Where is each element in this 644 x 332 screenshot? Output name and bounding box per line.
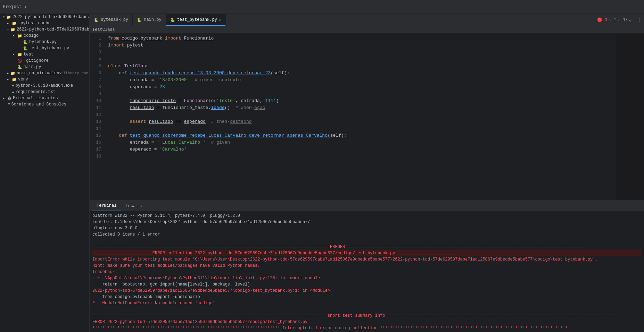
- sidebar-label: .gitignore: [24, 58, 49, 63]
- folder-icon: 📁: [12, 77, 17, 82]
- sidebar-item-bytebank-py[interactable]: 🐍 bytebank.py: [0, 39, 89, 45]
- sidebar-label: codigo: [24, 33, 39, 38]
- py-file-icon: 🐍: [23, 40, 28, 44]
- tab-terminal[interactable]: Terminal: [92, 201, 121, 211]
- tab-main[interactable]: 🐍 main.py: [133, 14, 166, 26]
- py-tab-icon: 🐍: [137, 18, 142, 22]
- tab-bytebank[interactable]: 🐍 bytebank.py: [90, 14, 133, 26]
- py-tab-icon: 🐍: [94, 18, 99, 22]
- exe-icon: ≡: [12, 84, 14, 88]
- terminal-tab-label: Terminal: [97, 203, 117, 208]
- library-badge: library root: [63, 71, 89, 75]
- arrow-icon: [7, 71, 9, 75]
- warning-indicator: ⚠️ 1: [609, 17, 616, 23]
- folder-icon: 📁: [6, 15, 11, 19]
- txt-icon: ≡: [12, 90, 14, 94]
- terminal-output[interactable]: platform win32 -- Python 3.11.4, pytest-…: [90, 211, 644, 332]
- terminal-line: plugins: cov-3.0.0: [92, 225, 641, 231]
- sidebar-item-project-subfolder[interactable]: 📁 2622-python-tdd-57de629597dabe...: [0, 26, 89, 33]
- tab-label: bytebank.py: [101, 17, 128, 22]
- minimap: [616, 34, 644, 200]
- terminal-line: platform win32 -- Python 3.11.4, pytest-…: [92, 213, 641, 219]
- gitignore-icon: 🚫: [17, 59, 22, 63]
- terminal-line: from codigo.bytebank import Funcionario: [92, 294, 641, 300]
- sidebar-item-venv[interactable]: 📁 venv: [0, 76, 89, 83]
- bottom-panel: Terminal Local ✕ platform win32 -- Pytho…: [90, 200, 644, 332]
- sidebar-label: python-3.8.10-amd64.exe: [16, 83, 73, 88]
- sidebar-label: venv: [18, 77, 28, 82]
- sidebar-item-python-exe[interactable]: ≡ python-3.8.10-amd64.exe: [0, 83, 89, 89]
- arrow-icon: [3, 15, 5, 19]
- sidebar-item-test[interactable]: 📁 test: [0, 51, 89, 58]
- terminal-line: rootdir: C:\Users\User\Desktop\2622-pyth…: [92, 219, 641, 225]
- code-content[interactable]: from codigo.bytebank import Funcionario …: [105, 34, 616, 200]
- sidebar-item-main-py[interactable]: 🐍 main.py: [0, 64, 89, 70]
- arrow-icon: [13, 34, 16, 38]
- folder-icon: 📁: [12, 21, 17, 26]
- terminal-summary-dashes: ========================================…: [92, 313, 641, 319]
- folder-icon: 📁: [10, 71, 15, 76]
- sidebar-label: nome_da_virtualenv: [17, 71, 62, 76]
- breadcrumb-text: TestClass: [92, 27, 115, 32]
- tab-label: main.py: [144, 17, 161, 22]
- title-bar: Project ▾: [0, 0, 644, 14]
- sidebar-item-gitignore[interactable]: 🚫 .gitignore: [0, 58, 89, 64]
- py-test-file-icon: 🐍: [23, 46, 28, 51]
- status-indicators: 🔴 3 ⚠️ 1 ↕ 47 ⌄: [594, 17, 634, 23]
- arrow-icon: [7, 21, 10, 25]
- sidebar-item-external-libs[interactable]: 🏛 External Libraries: [0, 95, 89, 101]
- code-area: 12345 678910 1112131415 161718 from codi…: [90, 34, 644, 200]
- local-tab-label: Local: [126, 204, 138, 208]
- sidebar-label: .pytest_cache: [18, 21, 51, 26]
- sidebar-label: test_bytebank.py: [29, 46, 69, 51]
- terminal-error: Traceback:: [92, 269, 641, 275]
- tab-close-button[interactable]: ✕: [219, 18, 222, 22]
- more-options-icon[interactable]: ⋮: [634, 17, 644, 23]
- terminal-error: ERROR 2622-python-tdd-57de629597dabe71ad…: [92, 319, 641, 325]
- sidebar-item-test-bytebank-py[interactable]: 🐍 test_bytebank.py: [0, 45, 89, 51]
- info-indicator: ↕ 47: [618, 17, 628, 22]
- py-test-tab-icon: 🐍: [170, 18, 175, 22]
- arrow-icon: [7, 77, 10, 82]
- breadcrumb: TestClass: [90, 26, 644, 34]
- ext-libs-icon: 🏛: [8, 96, 11, 101]
- terminal-spacer: [92, 238, 641, 244]
- terminal-error: Hint: make sure your test modules/packag…: [92, 263, 641, 269]
- terminal-error: ImportError while importing test module …: [92, 256, 641, 263]
- terminal-dashes: ========================================…: [92, 244, 641, 250]
- sidebar-label: Scratches and Consoles: [11, 102, 66, 107]
- code-editor[interactable]: 12345 678910 1112131415 161718 from codi…: [90, 34, 616, 200]
- terminal-exclaim-dashes: !!!!!!!!!!!!!!!!!!!!!!!!!!!!!!!!!!!!!!!!…: [92, 325, 641, 331]
- local-tab-close[interactable]: ✕: [140, 204, 143, 208]
- panel-tabs: Terminal Local ✕: [90, 201, 644, 211]
- terminal-line: return _bootstrap._gcd_import(name[level…: [92, 281, 641, 288]
- sidebar-item-virtualenv[interactable]: 📁 nome_da_virtualenv library root: [0, 70, 89, 76]
- sidebar-label: main.py: [24, 65, 41, 69]
- line-numbers: 12345 678910 1112131415 161718: [90, 34, 105, 200]
- arrow-icon: [13, 52, 16, 57]
- terminal-error: ..\..\AppData\Local\Programs\Python\Pyth…: [92, 275, 641, 281]
- sidebar-label: 2622-python-tdd-57de629597dabe71...: [13, 15, 89, 19]
- sidebar-item-scratches[interactable]: ≡ Scratches and Consoles: [0, 101, 89, 108]
- sidebar-item-pytest-cache[interactable]: 📁 .pytest_cache: [0, 20, 89, 26]
- sidebar-item-requirements[interactable]: ≡ requirements.txt: [0, 89, 89, 95]
- tab-test-bytebank[interactable]: 🐍 test_bytebank.py ✕: [166, 14, 226, 26]
- terminal-error: 2622-python-tdd-57de629597dabe71ad125067…: [92, 288, 641, 294]
- sidebar-item-codigo[interactable]: 📁 codigo: [0, 33, 89, 39]
- sidebar-label: External Libraries: [13, 96, 58, 101]
- project-chevron-icon: ▾: [25, 5, 27, 9]
- arrow-icon: [3, 96, 6, 100]
- tab-local[interactable]: Local ✕: [122, 201, 147, 211]
- terminal-error-header: _______________________ ERROR collecting…: [92, 250, 641, 256]
- folder-icon: 📁: [10, 27, 15, 32]
- sidebar-item-root[interactable]: 📁 2622-python-tdd-57de629597dabe71...: [0, 14, 89, 20]
- project-menu[interactable]: Project: [3, 4, 22, 9]
- scratch-icon: ≡: [8, 102, 10, 107]
- sidebar[interactable]: 📁 2622-python-tdd-57de629597dabe71... 📁 …: [0, 14, 90, 332]
- sidebar-label: requirements.txt: [16, 90, 56, 94]
- folder-icon: 📁: [17, 34, 22, 38]
- expand-icon[interactable]: ⌄: [629, 17, 631, 23]
- main-layout: 📁 2622-python-tdd-57de629597dabe71... 📁 …: [0, 14, 644, 332]
- tab-bar: 🐍 bytebank.py 🐍 main.py 🐍 test_bytebank.…: [90, 14, 644, 26]
- tab-label: test_bytebank.py: [177, 17, 217, 22]
